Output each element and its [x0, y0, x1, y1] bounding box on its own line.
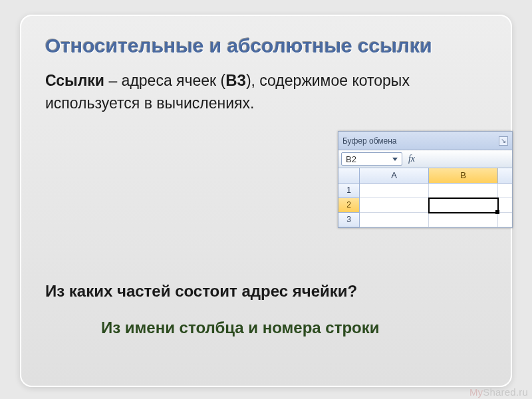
- namebox-row: B2 fx: [338, 150, 512, 168]
- cell-c2-cut: [498, 198, 513, 213]
- col-header-a[interactable]: A: [360, 168, 429, 184]
- answer-text: Из имени столбца и номера строки: [101, 319, 380, 337]
- body-paragraph: Ссылки – адреса ячеек (В3), содержимое к…: [45, 69, 487, 114]
- lead-word: Ссылки: [45, 72, 104, 89]
- cell-b3[interactable]: [429, 213, 498, 227]
- fx-button[interactable]: fx: [404, 152, 419, 166]
- row-header-1[interactable]: 1: [338, 184, 360, 198]
- ribbon-group-bar: Буфер обмена ↘: [338, 132, 512, 150]
- row-header-3[interactable]: 3: [338, 213, 360, 227]
- cell-a2[interactable]: [360, 198, 429, 213]
- chevron-down-icon: [392, 158, 398, 161]
- cell-a3[interactable]: [360, 213, 429, 227]
- ribbon-group-label: Буфер обмена: [342, 136, 397, 146]
- question-text: Из каких частей состоит адрес ячейки?: [45, 282, 357, 301]
- cell-c3-cut: [498, 213, 513, 227]
- cell-b1[interactable]: [429, 184, 498, 198]
- watermark-my: My: [469, 386, 483, 398]
- col-header-cut: [498, 168, 513, 184]
- col-header-b[interactable]: B: [429, 168, 498, 184]
- select-all-corner[interactable]: [338, 168, 360, 184]
- name-box[interactable]: B2: [341, 152, 402, 166]
- cell-c1-cut: [498, 184, 513, 198]
- name-box-value: B2: [346, 154, 356, 164]
- slide-title: Относительные и абсолютные ссылки: [45, 35, 487, 57]
- dialog-launcher-icon[interactable]: ↘: [499, 136, 508, 146]
- body-t1: – адреса ячеек (: [104, 72, 225, 89]
- watermark: MyShared.ru: [469, 386, 528, 398]
- excel-snippet: Буфер обмена ↘ B2 fx A B 1 2 3: [338, 131, 513, 228]
- slide-card: Относительные и абсолютные ссылки Ссылки…: [20, 15, 512, 387]
- watermark-rest: Shared.ru: [483, 386, 528, 398]
- cell-ref: В3: [225, 71, 246, 89]
- row-header-2[interactable]: 2: [338, 198, 360, 213]
- cell-b2-active[interactable]: [429, 198, 498, 213]
- fx-icon: fx: [408, 154, 415, 164]
- cell-a1[interactable]: [360, 184, 429, 198]
- spreadsheet-grid[interactable]: A B 1 2 3: [338, 168, 512, 227]
